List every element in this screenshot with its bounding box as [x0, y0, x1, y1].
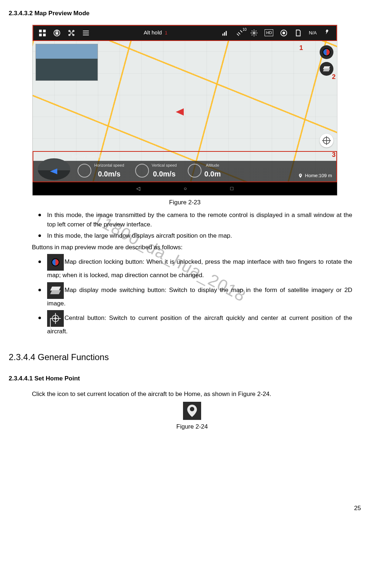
hd-badge: HD — [265, 29, 273, 36]
altitude-label: Altitude — [204, 162, 221, 168]
android-nav-bar: ◁ ○ □ — [33, 182, 337, 195]
h-speed-value: 0.0m/s — [94, 168, 124, 179]
map-lock-button — [320, 45, 333, 59]
menu-icon — [82, 29, 90, 37]
svg-rect-1 — [43, 29, 46, 32]
figure-2-23-caption: Figure 2-23 — [9, 198, 361, 207]
flight-mode-flag: 1 — [165, 29, 167, 37]
battery-time-label: Battery time N/A — [72, 153, 103, 160]
map-lock-icon — [47, 254, 64, 271]
altitude: Altitude 0.0m — [184, 162, 225, 179]
satellite-count: 10 — [242, 27, 246, 32]
svg-rect-2 — [39, 33, 42, 36]
app-screenshot: Alt hold 1 10 HD N/A — [32, 25, 337, 196]
camera-preview-thumbnail — [36, 44, 98, 81]
compass-icon — [323, 48, 331, 56]
heading-general-functions: 2.3.4.4 General Functions — [9, 351, 361, 364]
home-pin-icon — [187, 405, 198, 417]
vertical-speed: Vertical speed 0.0m/s — [132, 162, 180, 179]
svg-rect-13 — [223, 33, 224, 36]
flight-mode-label: Alt hold — [144, 29, 162, 37]
map-center-icon — [47, 310, 64, 327]
svg-point-16 — [253, 32, 255, 34]
attitude-indicator-icon — [38, 158, 70, 180]
page-number: 25 — [9, 504, 361, 513]
map-layers-icon — [47, 282, 64, 299]
altitude-value: 0.0m — [204, 168, 221, 179]
icon-bullets: Map direction locking button: When it is… — [32, 254, 352, 336]
figure-2-24-icon — [183, 402, 201, 420]
svg-point-18 — [283, 32, 285, 34]
map-center-button — [320, 134, 333, 147]
intro-bullets: In this mode, the image transmitted by t… — [32, 210, 352, 241]
center-button-text: Central button: Switch to current positi… — [47, 314, 352, 335]
svg-rect-10 — [83, 30, 89, 31]
sd-card-icon — [294, 29, 302, 37]
svg-rect-15 — [226, 31, 227, 36]
svg-rect-5 — [56, 33, 58, 34]
intro-bullet-2: In this mode, the large window displays … — [32, 231, 352, 241]
sd-status: N/A — [309, 29, 317, 37]
heading-set-home-point: 2.3.4.4.1 Set Home Point — [9, 374, 361, 383]
center-button-desc: Central button: Switch to current positi… — [32, 310, 352, 336]
svg-rect-3 — [43, 33, 46, 36]
layers-button-text: Map display mode switching button: Switc… — [47, 287, 352, 307]
layers-button-desc: Map display mode switching button: Switc… — [32, 282, 352, 308]
aircraft-marker-icon — [176, 108, 184, 116]
intro-followup: Buttons in map preview mode are describe… — [32, 243, 352, 252]
v-speed-value: 0.0m/s — [152, 168, 177, 179]
nav-recent-icon: □ — [230, 185, 233, 192]
compass-button-text: Map direction locking button: When it is… — [47, 258, 352, 279]
rc-signal-icon — [221, 29, 229, 37]
horizontal-speed: Horizontal speed 0.0m/s — [74, 162, 128, 179]
map-layers-button — [320, 62, 333, 76]
svg-rect-0 — [39, 29, 42, 32]
grid-icon — [38, 29, 46, 37]
home-distance: Home:109 m — [298, 172, 332, 179]
record-icon — [280, 29, 288, 37]
h-speed-label: Horizontal speed — [94, 162, 124, 168]
nav-home-icon: ○ — [184, 185, 187, 192]
battery-icon — [323, 29, 331, 37]
figure-2-24-caption: Figure 2-24 — [32, 422, 352, 431]
svg-point-19 — [191, 408, 193, 410]
gear-icon — [250, 29, 258, 37]
screenshot-top-bar: Alt hold 1 10 HD N/A — [33, 25, 337, 41]
nav-back-icon: ◁ — [136, 185, 140, 192]
annotation-1: 1 — [299, 43, 303, 53]
lock-icon — [53, 29, 61, 37]
layers-icon — [323, 65, 330, 72]
v-speed-label: Vertical speed — [152, 162, 177, 168]
crosshair-icon — [323, 137, 330, 144]
set-home-paragraph: Click the icon to set current location o… — [32, 389, 352, 399]
screenshot-bottom-bar: Battery time N/A Horizontal speed 0.0m/s… — [33, 151, 337, 182]
satellite-icon: 10 — [236, 29, 244, 37]
figure-2-23: Alt hold 1 10 HD N/A — [32, 25, 338, 196]
drone-icon — [67, 29, 75, 37]
svg-rect-14 — [224, 32, 225, 36]
svg-rect-11 — [83, 33, 89, 33]
annotation-2: 2 — [332, 72, 336, 82]
svg-rect-12 — [83, 34, 89, 35]
compass-button-desc: Map direction locking button: When it is… — [32, 254, 352, 280]
intro-bullet-1: In this mode, the image transmitted by t… — [32, 210, 352, 229]
heading-map-preview-mode: 2.3.4.3.2 Map Preview Mode — [9, 9, 361, 18]
home-distance-value: Home:109 m — [305, 172, 332, 179]
